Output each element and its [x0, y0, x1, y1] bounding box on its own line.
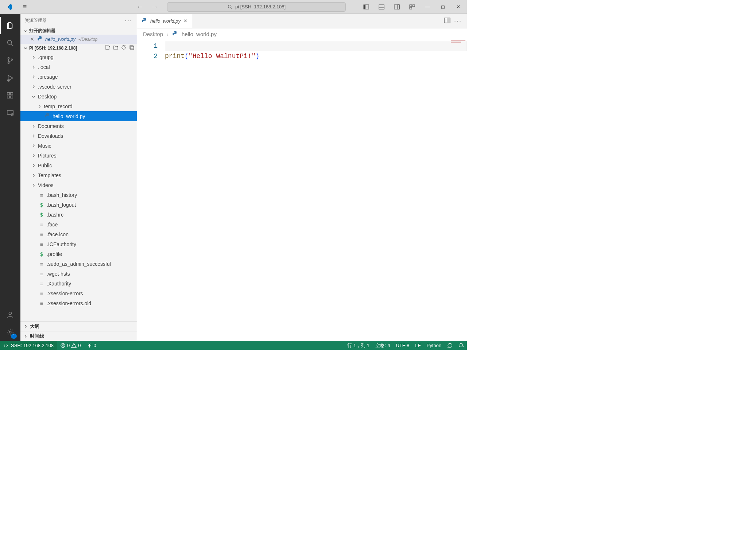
new-folder-button[interactable] [113, 44, 119, 51]
status-line-col[interactable]: 行 1，列 1 [344, 342, 372, 349]
activity-remote-explorer[interactable] [0, 104, 20, 122]
collapse-all-button[interactable] [129, 44, 135, 51]
folder-item[interactable]: Public [20, 160, 137, 170]
code-line-1[interactable] [165, 41, 467, 51]
tab-hello-world[interactable]: hello_world.py ✕ [137, 14, 192, 28]
folder-item[interactable]: Desktop [20, 92, 137, 101]
split-editor-button[interactable] [444, 17, 450, 25]
folder-item[interactable]: Music [20, 141, 137, 151]
status-encoding[interactable]: UTF-8 [393, 343, 413, 348]
svg-point-22 [11, 114, 13, 116]
remote-icon [4, 343, 9, 348]
warning-icon [71, 343, 77, 348]
editor-more-button[interactable]: ··· [454, 17, 462, 25]
text-file-icon: ≡ [39, 281, 44, 287]
layout-panel-icon[interactable] [374, 0, 389, 13]
activity-accounts[interactable] [0, 306, 20, 323]
window-minimize-button[interactable]: ― [420, 0, 435, 13]
status-problems[interactable]: 0 0 [57, 343, 84, 348]
file-item[interactable]: $.bashrc [20, 210, 137, 219]
layout-customize-icon[interactable] [405, 0, 419, 13]
status-feedback[interactable] [444, 343, 456, 348]
nav-back-button[interactable]: ← [134, 3, 146, 11]
tree-item-label: .ICEauthority [47, 241, 76, 247]
status-remote[interactable]: SSH: 192.168.2.108 [0, 341, 57, 350]
file-item[interactable]: ≡.Xauthority [20, 279, 137, 288]
folder-item[interactable]: .presage [20, 72, 137, 82]
folder-item[interactable]: Templates [20, 170, 137, 180]
code-editor[interactable]: 1 2 print("Hello WalnutPi!") [137, 39, 467, 341]
python-file-icon [44, 113, 50, 120]
file-item[interactable]: ≡.xsession-errors.old [20, 298, 137, 308]
text-file-icon: ≡ [39, 261, 44, 267]
layout-secondary-sidebar-icon[interactable] [390, 0, 404, 13]
code-line-2[interactable]: print("Hello WalnutPi!") [165, 51, 467, 61]
folder-item[interactable]: .local [20, 62, 137, 72]
activity-source-control[interactable] [0, 52, 20, 69]
activity-settings[interactable]: 1 [0, 323, 20, 341]
svg-line-1 [231, 8, 232, 9]
command-center-search[interactable]: pi [SSH: 192.168.2.108] [167, 2, 346, 12]
file-item[interactable]: ≡.face.icon [20, 229, 137, 239]
breadcrumb-root[interactable]: Desktop [143, 31, 163, 37]
line-gutter: 1 2 [137, 39, 165, 341]
outline-section[interactable]: 大纲 [20, 321, 137, 331]
activity-run-debug[interactable] [0, 69, 20, 87]
close-editor-button[interactable]: ✕ [29, 36, 35, 42]
status-indent[interactable]: 空格: 4 [372, 342, 393, 349]
folder-item[interactable]: Videos [20, 180, 137, 190]
nav-forward-button[interactable]: → [149, 3, 160, 11]
sidebar-more-button[interactable]: ··· [125, 17, 132, 24]
tab-close-button[interactable]: ✕ [183, 18, 187, 24]
minimap[interactable] [451, 40, 465, 44]
workspace-header[interactable]: PI [SSH: 192.168.2.108] [20, 44, 137, 52]
status-eol[interactable]: LF [412, 343, 423, 348]
file-item[interactable]: hello_world.py [20, 111, 137, 121]
file-item[interactable]: ≡.bash_history [20, 190, 137, 200]
file-item[interactable]: ≡.wget-hsts [20, 269, 137, 279]
window-close-button[interactable]: ✕ [451, 0, 465, 13]
layout-primary-sidebar-icon[interactable] [359, 0, 374, 13]
tab-label: hello_world.py [150, 18, 181, 24]
app-menu-button[interactable]: ≡ [18, 3, 32, 11]
file-item[interactable]: ≡.ICEauthority [20, 239, 137, 249]
folder-item[interactable]: Downloads [20, 131, 137, 141]
file-item[interactable]: $.bash_logout [20, 200, 137, 210]
files-icon [6, 22, 14, 30]
file-item[interactable]: ≡.face [20, 219, 137, 229]
new-file-button[interactable] [105, 44, 111, 51]
activity-extensions[interactable] [0, 87, 20, 104]
file-tree[interactable]: .gnupg.local.presage.vscode-serverDeskto… [20, 52, 137, 321]
timeline-section[interactable]: 时间线 [20, 331, 137, 341]
svg-point-29 [143, 19, 144, 19]
open-editor-item[interactable]: ✕ hello_world.py ~/Desktop [20, 35, 137, 44]
svg-point-13 [8, 58, 9, 59]
tree-item-label: .presage [38, 74, 58, 80]
activity-explorer[interactable] [0, 17, 20, 34]
python-file-icon [142, 18, 147, 24]
folder-item[interactable]: Documents [20, 121, 137, 131]
activity-search[interactable] [0, 34, 20, 52]
status-remote-label: SSH: 192.168.2.108 [11, 343, 54, 348]
breadcrumb[interactable]: Desktop › hello_world.py [137, 28, 467, 39]
folder-item[interactable]: .gnupg [20, 52, 137, 62]
breadcrumb-file[interactable]: hello_world.py [182, 31, 217, 37]
file-item[interactable]: ≡.xsession-errors [20, 288, 137, 298]
svg-rect-3 [364, 5, 365, 9]
status-ports[interactable]: 0 [84, 343, 99, 348]
folder-item[interactable]: temp_record [20, 101, 137, 111]
svg-point-28 [46, 114, 47, 114]
svg-rect-9 [413, 5, 415, 7]
file-item[interactable]: $.profile [20, 249, 137, 259]
window-maximize-button[interactable]: ◻ [436, 0, 450, 13]
status-language[interactable]: Python [424, 343, 444, 348]
file-item[interactable]: ≡.sudo_as_admin_successful [20, 259, 137, 269]
folder-item[interactable]: .vscode-server [20, 82, 137, 92]
open-editors-section[interactable]: 打开的编辑器 [20, 27, 137, 35]
remote-explorer-icon [6, 109, 14, 117]
svg-rect-10 [410, 7, 412, 9]
refresh-button[interactable] [121, 44, 127, 51]
status-notifications[interactable] [456, 343, 467, 348]
folder-item[interactable]: Pictures [20, 151, 137, 160]
code-content[interactable]: print("Hello WalnutPi!") [165, 39, 467, 341]
